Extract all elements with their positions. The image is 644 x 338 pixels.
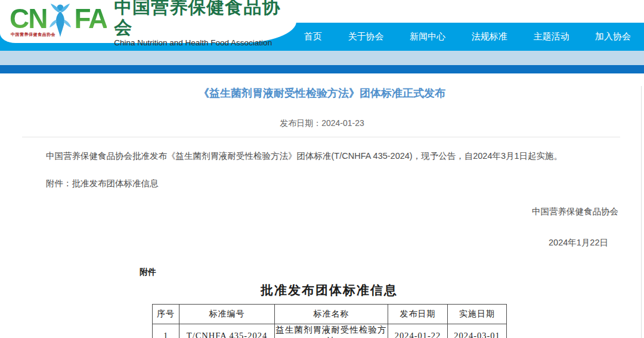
attachment-table-title: 批准发布团体标准信息 bbox=[152, 282, 506, 299]
nav-item-join[interactable]: 加入协会 bbox=[595, 31, 631, 42]
page: 首页 关于协会 新闻中心 法规标准 主题活动 加入协会 CN bbox=[0, 0, 644, 338]
org-names: 中国营养保健食品协会 China Nutrition and Health Fo… bbox=[114, 0, 296, 47]
divider bbox=[22, 137, 620, 137]
attachment-label: 附件 bbox=[140, 267, 644, 278]
article-paragraph: 中国营养保健食品协会批准发布《益生菌剂胃液耐受性检验方法》团体标准(T/CNHF… bbox=[46, 150, 587, 162]
cell-impl-date: 2024-03-01 bbox=[448, 324, 507, 338]
logo-letters-fa: FA bbox=[74, 3, 107, 34]
nav-item-regulations[interactable]: 法规标准 bbox=[472, 31, 507, 42]
org-name-zh: 中国营养保健食品协会 bbox=[114, 0, 296, 38]
logo-acronym: CN FA 中国营养保健食品协会 bbox=[10, 3, 107, 40]
nav-item-home[interactable]: 首页 bbox=[304, 31, 322, 42]
signature-org: 中国营养保健食品协会 bbox=[0, 206, 644, 217]
org-name-en: China Nutrition and Health Food Associat… bbox=[114, 38, 296, 47]
logo-subtext: 中国营养保健食品协会 bbox=[11, 32, 55, 38]
signature-date: 2024年1月22日 bbox=[0, 237, 644, 248]
logo[interactable]: CN FA 中国营养保健食品协会 中国营养保健食品协会 China Nu bbox=[0, 0, 296, 43]
table-header-row: 序号 标准编号 标准名称 发布日期 实施日期 bbox=[153, 305, 507, 324]
publish-date: 发布日期：2024-01-23 bbox=[0, 118, 644, 129]
site-header: 首页 关于协会 新闻中心 法规标准 主题活动 加入协会 CN bbox=[0, 0, 644, 51]
attachment-line[interactable]: 附件：批准发布团体标准信息 bbox=[46, 178, 644, 189]
col-header-std-number: 标准编号 bbox=[179, 305, 275, 324]
nav-items: 首页 关于协会 新闻中心 法规标准 主题活动 加入协会 bbox=[291, 23, 644, 51]
nav-item-activities[interactable]: 主题活动 bbox=[533, 31, 569, 42]
cell-std-name: 益生菌剂胃液耐受性检验方法 bbox=[275, 324, 388, 338]
col-header-pub-date: 发布日期 bbox=[388, 305, 448, 324]
col-header-impl-date: 实施日期 bbox=[448, 305, 507, 324]
col-header-std-name: 标准名称 bbox=[275, 305, 388, 324]
content-right-edge-line bbox=[641, 86, 642, 338]
band-light-blue bbox=[0, 51, 644, 65]
col-header-index: 序号 bbox=[153, 305, 179, 324]
band-dark-blue bbox=[0, 65, 644, 73]
standards-table: 序号 标准编号 标准名称 发布日期 实施日期 1 T/CNHFA 435-202… bbox=[152, 304, 507, 338]
cell-std-number: T/CNHFA 435-2024 bbox=[179, 324, 275, 338]
nav-item-news[interactable]: 新闻中心 bbox=[410, 31, 445, 42]
cell-index: 1 bbox=[153, 324, 179, 338]
logo-letters-cn: CN bbox=[10, 3, 47, 34]
cell-pub-date: 2024-01-22 bbox=[388, 324, 448, 338]
scanned-attachment: 附件 批准发布团体标准信息 序号 标准编号 标准名称 发布日期 实施日期 1 T… bbox=[0, 267, 644, 338]
article-content: 《益生菌剂胃液耐受性检验方法》团体标准正式发布 发布日期：2024-01-23 … bbox=[0, 86, 644, 338]
nav-item-about[interactable]: 关于协会 bbox=[348, 31, 383, 42]
article-title: 《益生菌剂胃液耐受性检验方法》团体标准正式发布 bbox=[0, 86, 644, 100]
table-row: 1 T/CNHFA 435-2024 益生菌剂胃液耐受性检验方法 2024-01… bbox=[153, 324, 507, 338]
